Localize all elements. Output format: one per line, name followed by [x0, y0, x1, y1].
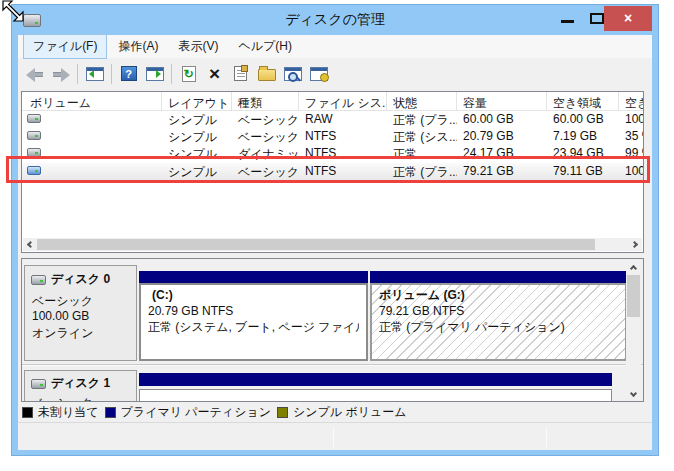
help-icon[interactable]: ?: [119, 65, 138, 82]
disk1-type: ベーシック: [32, 395, 93, 402]
legend-bar: 未割り当て プライマリ パーティション シンプル ボリューム: [18, 403, 652, 421]
legend-primary-partition: プライマリ パーティション: [105, 404, 271, 421]
toolbar-separator: [77, 64, 78, 84]
disk0-size: 100.00 GB: [32, 309, 89, 323]
partition-g-status: 正常 (プライマリ パーティション): [379, 319, 618, 335]
minimize-icon[interactable]: [561, 20, 574, 23]
column-header-free-space[interactable]: 空き領域: [547, 92, 619, 111]
disk0-status: オンライン: [32, 325, 93, 342]
partition-c-status: 正常 (システム, ブート, ページ ファイル, アクティブ, クラッシュ ダン…: [148, 319, 359, 335]
legend-unallocated: 未割り当て: [22, 404, 99, 421]
forward-icon[interactable]: [51, 65, 70, 82]
back-icon[interactable]: [25, 65, 44, 82]
volume-list-header: ボリューム レイアウト 種類 ファイル シス... 状態 容量 空き領域 空き領…: [22, 92, 643, 111]
partition-c-color-band: [139, 271, 368, 283]
column-header-capacity[interactable]: 容量: [457, 92, 547, 111]
toolbar: ? ↻ ×: [18, 58, 652, 89]
delete-icon[interactable]: ×: [205, 65, 224, 82]
scroll-left-icon[interactable]: [23, 238, 36, 251]
menu-bar: ファイル(F) 操作(A) 表示(V) ヘルプ(H): [18, 35, 652, 58]
disk0-type: ベーシック: [32, 293, 93, 310]
partition-g-size: 79.21 GB NTFS: [379, 303, 618, 319]
horizontal-scrollbar[interactable]: [23, 238, 642, 251]
column-header-layout[interactable]: レイアウト: [162, 92, 232, 111]
titlebar[interactable]: ディスクの管理 ×: [12, 5, 658, 35]
column-header-volume[interactable]: ボリューム: [24, 92, 162, 111]
scroll-up-icon[interactable]: [626, 260, 641, 274]
partition-g-selected[interactable]: ボリューム (G:) 79.21 GB NTFS 正常 (プライマリ パーティシ…: [370, 271, 627, 361]
refresh-icon[interactable]: ↻: [179, 65, 198, 82]
volume-icon: [27, 114, 41, 123]
window-body: ファイル(F) 操作(A) 表示(V) ヘルプ(H) ? ↻ ×: [18, 35, 652, 449]
disk1-partition-color-band[interactable]: [139, 373, 612, 386]
legend-simple-volume: シンプル ボリューム: [277, 404, 407, 421]
open-folder-icon[interactable]: [257, 65, 276, 82]
status-bar: [18, 422, 652, 450]
disk1-label-panel[interactable]: ディスク 1 ベーシック: [24, 370, 137, 402]
table-row[interactable]: シンプル ベーシック RAW 正常 (プラ... 60.00 GB 60.00 …: [22, 111, 643, 128]
vertical-scrollbar[interactable]: [626, 260, 641, 401]
find-icon[interactable]: [283, 65, 302, 82]
disk1-name: ディスク 1: [51, 375, 110, 392]
disk-icon: [31, 275, 46, 285]
partition-c-size: 20.79 GB NTFS: [148, 303, 359, 319]
statusbar-divider: [333, 427, 334, 447]
rescan-disks-icon[interactable]: [309, 65, 328, 82]
graphical-view: ディスク 0 ベーシック 100.00 GB オンライン (C:) 20.79 …: [21, 258, 644, 402]
toolbar-separator: [111, 64, 112, 84]
table-row-selected[interactable]: ボリューム (G:) シンプル ベーシック NTFS 正常 (プラ... 79.…: [22, 163, 643, 180]
disk-management-window: ディスクの管理 × ファイル(F) 操作(A) 表示(V) ヘルプ(H) ?: [11, 4, 659, 456]
scrollbar-thumb[interactable]: [627, 275, 640, 317]
disk1-partition-body[interactable]: [139, 389, 612, 402]
scroll-down-icon[interactable]: [626, 387, 641, 401]
properties-icon[interactable]: [231, 65, 250, 82]
toolbar-separator: [171, 64, 172, 84]
simple-volume-color-swatch: [277, 407, 288, 418]
column-header-filesystem[interactable]: ファイル シス...: [299, 92, 387, 111]
primary-partition-color-swatch: [105, 407, 116, 418]
show-action-pane-icon[interactable]: [145, 65, 164, 82]
volume-icon: [27, 131, 41, 140]
column-header-type[interactable]: 種類: [232, 92, 299, 111]
volume-icon: [27, 166, 41, 175]
disk0-label-panel[interactable]: ディスク 0 ベーシック 100.00 GB オンライン: [24, 265, 137, 361]
partition-c[interactable]: (C:) 20.79 GB NTFS 正常 (システム, ブート, ページ ファ…: [139, 271, 368, 361]
scroll-right-icon[interactable]: [629, 238, 642, 251]
scrollbar-thumb[interactable]: [37, 239, 595, 250]
menu-help[interactable]: ヘルプ(H): [229, 35, 301, 58]
volume-icon: [27, 148, 41, 157]
desktop: ディスクの管理 × ファイル(F) 操作(A) 表示(V) ヘルプ(H) ?: [0, 0, 674, 471]
partition-c-name: (C:): [148, 287, 359, 303]
disk-row-divider: [22, 364, 643, 366]
disk-icon: [31, 379, 46, 389]
column-header-status[interactable]: 状態: [387, 92, 457, 111]
show-console-tree-icon[interactable]: [85, 65, 104, 82]
disk0-name: ディスク 0: [51, 271, 110, 288]
unallocated-color-swatch: [22, 407, 33, 418]
partition-g-name: ボリューム (G:): [379, 287, 618, 303]
volume-list: ボリューム レイアウト 種類 ファイル シス... 状態 容量 空き領域 空き領…: [21, 91, 644, 253]
maximize-icon[interactable]: [590, 13, 604, 24]
partition-g-color-band: [370, 271, 627, 283]
statusbar-divider: [546, 427, 547, 447]
menu-view[interactable]: 表示(V): [169, 35, 227, 58]
table-row[interactable]: (F:) シンプル ダイナミック NTFS 正常 24.17 GB 23.94 …: [22, 145, 643, 162]
menu-action[interactable]: 操作(A): [109, 35, 167, 58]
close-button[interactable]: ×: [604, 6, 652, 31]
menu-file[interactable]: ファイル(F): [23, 34, 107, 59]
column-header-free-percent[interactable]: 空き領域の割合: [619, 92, 644, 111]
table-row[interactable]: (C:) シンプル ベーシック NTFS 正常 (シス... 20.79 GB …: [22, 128, 643, 145]
